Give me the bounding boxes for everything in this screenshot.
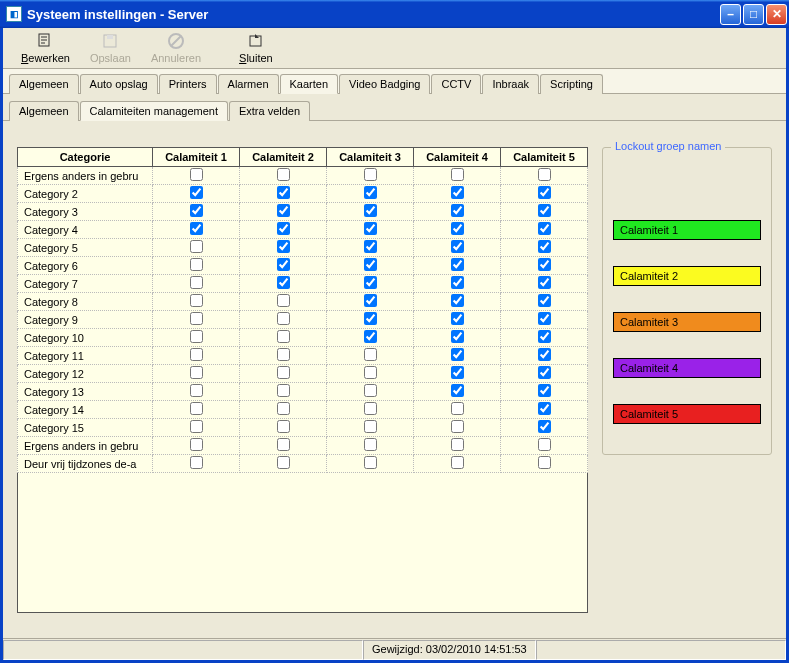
calamity-checkbox[interactable] <box>190 312 203 325</box>
calamity-checkbox[interactable] <box>364 348 377 361</box>
calamity-checkbox[interactable] <box>190 168 203 181</box>
calamity-checkbox[interactable] <box>538 168 551 181</box>
calamity-checkbox[interactable] <box>538 312 551 325</box>
calamity-checkbox[interactable] <box>277 276 290 289</box>
tab-alarmen[interactable]: Alarmen <box>218 74 279 94</box>
lockout-color-field[interactable]: Calamiteit 4 <box>613 358 761 378</box>
calamity-checkbox[interactable] <box>451 420 464 433</box>
tab-printers[interactable]: Printers <box>159 74 217 94</box>
calamity-checkbox[interactable] <box>451 222 464 235</box>
calamity-checkbox[interactable] <box>451 258 464 271</box>
calamity-checkbox[interactable] <box>364 294 377 307</box>
calamity-checkbox[interactable] <box>364 186 377 199</box>
calamity-checkbox[interactable] <box>190 384 203 397</box>
calamity-checkbox[interactable] <box>190 294 203 307</box>
calamity-checkbox[interactable] <box>277 384 290 397</box>
calamity-checkbox[interactable] <box>277 456 290 469</box>
calamity-checkbox[interactable] <box>451 294 464 307</box>
calamity-checkbox[interactable] <box>364 240 377 253</box>
calamity-checkbox[interactable] <box>538 276 551 289</box>
calamity-checkbox[interactable] <box>364 330 377 343</box>
calamity-checkbox[interactable] <box>538 384 551 397</box>
calamity-checkbox[interactable] <box>538 420 551 433</box>
calamity-checkbox[interactable] <box>451 330 464 343</box>
tab-cctv[interactable]: CCTV <box>431 74 481 94</box>
calamity-checkbox[interactable] <box>364 222 377 235</box>
calamity-checkbox[interactable] <box>364 456 377 469</box>
calamity-checkbox[interactable] <box>451 456 464 469</box>
calamity-checkbox[interactable] <box>538 456 551 469</box>
calamity-checkbox[interactable] <box>364 438 377 451</box>
calamity-checkbox[interactable] <box>364 366 377 379</box>
calamity-checkbox[interactable] <box>451 312 464 325</box>
calamity-checkbox[interactable] <box>538 366 551 379</box>
lockout-color-field[interactable]: Calamiteit 5 <box>613 404 761 424</box>
edit-button[interactable]: Bewerken <box>11 30 80 66</box>
calamity-checkbox[interactable] <box>451 348 464 361</box>
calamity-checkbox[interactable] <box>364 204 377 217</box>
calamity-checkbox[interactable] <box>364 384 377 397</box>
calamity-checkbox[interactable] <box>277 186 290 199</box>
calamity-checkbox[interactable] <box>364 420 377 433</box>
calamity-checkbox[interactable] <box>538 186 551 199</box>
calamity-checkbox[interactable] <box>451 186 464 199</box>
lockout-color-field[interactable]: Calamiteit 2 <box>613 266 761 286</box>
calamity-checkbox[interactable] <box>190 420 203 433</box>
calamity-checkbox[interactable] <box>451 168 464 181</box>
calamity-checkbox[interactable] <box>364 402 377 415</box>
calamity-checkbox[interactable] <box>451 276 464 289</box>
minimize-button[interactable]: – <box>720 4 741 25</box>
calamity-checkbox[interactable] <box>277 204 290 217</box>
calamity-checkbox[interactable] <box>451 384 464 397</box>
calamity-checkbox[interactable] <box>451 204 464 217</box>
tab-scripting[interactable]: Scripting <box>540 74 603 94</box>
lockout-color-field[interactable]: Calamiteit 3 <box>613 312 761 332</box>
calamity-checkbox[interactable] <box>190 204 203 217</box>
lockout-color-field[interactable]: Calamiteit 1 <box>613 220 761 240</box>
tab-video-badging[interactable]: Video Badging <box>339 74 430 94</box>
calamity-checkbox[interactable] <box>277 348 290 361</box>
calamity-checkbox[interactable] <box>538 348 551 361</box>
calamity-checkbox[interactable] <box>277 312 290 325</box>
close-window-button[interactable]: ✕ <box>766 4 787 25</box>
calamity-checkbox[interactable] <box>538 240 551 253</box>
calamity-checkbox[interactable] <box>277 258 290 271</box>
calamity-checkbox[interactable] <box>277 330 290 343</box>
calamity-checkbox[interactable] <box>451 240 464 253</box>
tab-auto-opslag[interactable]: Auto opslag <box>80 74 158 94</box>
subtab-algemeen[interactable]: Algemeen <box>9 101 79 121</box>
calamity-checkbox[interactable] <box>277 222 290 235</box>
calamity-checkbox[interactable] <box>277 168 290 181</box>
calamity-checkbox[interactable] <box>190 402 203 415</box>
subtab-extra-velden[interactable]: Extra velden <box>229 101 310 121</box>
calamity-checkbox[interactable] <box>538 330 551 343</box>
calamity-checkbox[interactable] <box>451 438 464 451</box>
calamity-checkbox[interactable] <box>190 366 203 379</box>
calamity-checkbox[interactable] <box>364 276 377 289</box>
calamity-checkbox[interactable] <box>190 438 203 451</box>
calamity-checkbox[interactable] <box>190 348 203 361</box>
calamity-checkbox[interactable] <box>277 366 290 379</box>
calamity-checkbox[interactable] <box>190 276 203 289</box>
calamity-checkbox[interactable] <box>451 402 464 415</box>
calamity-checkbox[interactable] <box>538 294 551 307</box>
calamity-checkbox[interactable] <box>364 258 377 271</box>
calamity-checkbox[interactable] <box>277 420 290 433</box>
calamity-checkbox[interactable] <box>277 402 290 415</box>
calamity-checkbox[interactable] <box>190 186 203 199</box>
calamity-checkbox[interactable] <box>364 168 377 181</box>
tab-algemeen[interactable]: Algemeen <box>9 74 79 94</box>
subtab-calamiteiten-management[interactable]: Calamiteiten management <box>80 101 228 121</box>
calamity-checkbox[interactable] <box>451 366 464 379</box>
calamity-checkbox[interactable] <box>190 330 203 343</box>
tab-kaarten[interactable]: Kaarten <box>280 74 339 94</box>
calamity-checkbox[interactable] <box>538 204 551 217</box>
calamity-checkbox[interactable] <box>538 438 551 451</box>
calamity-checkbox[interactable] <box>277 240 290 253</box>
tab-inbraak[interactable]: Inbraak <box>482 74 539 94</box>
calamity-checkbox[interactable] <box>538 258 551 271</box>
calamity-checkbox[interactable] <box>538 402 551 415</box>
close-button[interactable]: Sluiten <box>229 30 283 66</box>
calamity-checkbox[interactable] <box>190 240 203 253</box>
calamity-checkbox[interactable] <box>364 312 377 325</box>
